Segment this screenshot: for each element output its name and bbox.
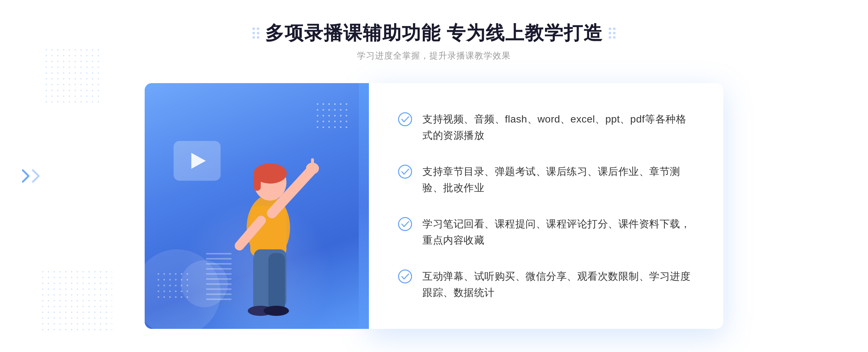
svg-rect-4 xyxy=(254,173,261,191)
check-circle-icon-4 xyxy=(398,269,412,284)
title-text: 多项录播课辅助功能 专为线上教学打造 xyxy=(265,22,603,44)
main-title: 多项录播课辅助功能 专为线上教学打造 xyxy=(247,22,621,44)
check-circle-icon-2 xyxy=(398,164,412,179)
svg-rect-8 xyxy=(253,253,270,311)
feature-item-3: 学习笔记回看、课程提问、课程评论打分、课件资料下载，重点内容收藏 xyxy=(398,209,694,256)
svg-rect-13 xyxy=(311,158,314,170)
content-area: 支持视频、音频、flash、word、excel、ppt、pdf等各种格式的资源… xyxy=(145,83,723,329)
svg-point-16 xyxy=(399,218,412,231)
illustration-card xyxy=(145,83,369,329)
feature-item-4: 互动弹幕、试听购买、微信分享、观看次数限制、学习进度跟踪、数据统计 xyxy=(398,261,694,308)
feature-item-2: 支持章节目录、弹题考试、课后练习、课后作业、章节测验、批改作业 xyxy=(398,156,694,203)
feature-text-3: 学习笔记回看、课程提问、课程评论打分、课件资料下载，重点内容收藏 xyxy=(422,216,694,249)
blue-separator-strip xyxy=(359,83,369,329)
header-sep-dots-left xyxy=(252,27,259,39)
page-wrapper: 多项录播课辅助功能 专为线上教学打造 学习进度全掌握，提升录播课教学效果 xyxy=(0,0,868,352)
feature-text-1: 支持视频、音频、flash、word、excel、ppt、pdf等各种格式的资源… xyxy=(422,111,694,144)
header-section: 多项录播课辅助功能 专为线上教学打造 学习进度全掌握，提升录播课教学效果 xyxy=(247,22,621,61)
illus-inner-dots-top xyxy=(315,101,351,130)
svg-point-11 xyxy=(264,306,289,316)
header-sep-dots-right xyxy=(609,27,616,39)
bg-dots-top-left xyxy=(43,47,101,105)
deco-stripes xyxy=(206,253,231,300)
feature-item-1: 支持视频、音频、flash、word、excel、ppt、pdf等各种格式的资源… xyxy=(398,104,694,151)
check-circle-icon-1 xyxy=(398,112,412,126)
svg-point-14 xyxy=(399,113,412,126)
check-circle-icon-3 xyxy=(398,217,412,231)
page-chevron-left xyxy=(20,167,42,185)
svg-point-15 xyxy=(399,165,412,178)
features-card: 支持视频、音频、flash、word、excel、ppt、pdf等各种格式的资源… xyxy=(369,83,723,329)
play-icon xyxy=(191,153,206,169)
svg-rect-9 xyxy=(268,253,285,311)
bg-dots-bottom-left xyxy=(40,269,112,334)
feature-text-2: 支持章节目录、弹题考试、课后练习、课后作业、章节测验、批改作业 xyxy=(422,164,694,196)
subtitle-text: 学习进度全掌握，提升录播课教学效果 xyxy=(247,50,621,61)
feature-text-4: 互动弹幕、试听购买、微信分享、观看次数限制、学习进度跟踪、数据统计 xyxy=(422,269,694,301)
svg-point-17 xyxy=(399,270,412,283)
